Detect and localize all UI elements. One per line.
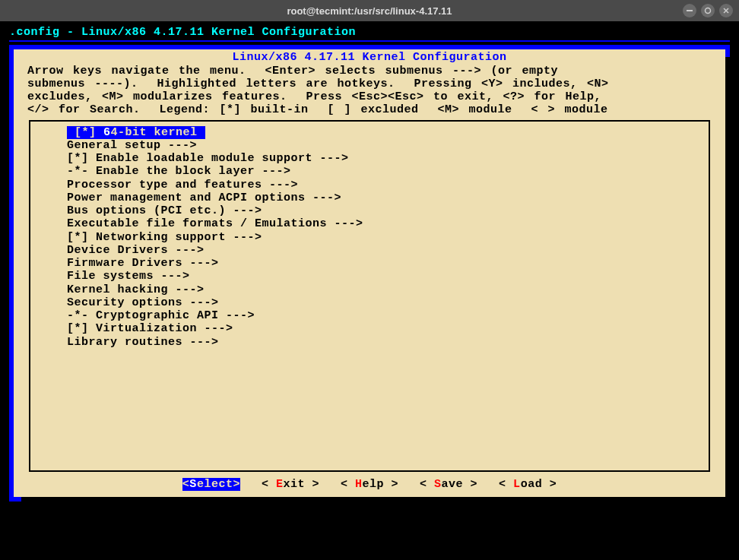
oad-button[interactable]: < Load > [499,478,557,491]
maximize-button[interactable] [701,4,715,17]
menu-item[interactable]: [*] Enable loadable module support ---> [30,152,709,165]
help-line-3: excludes, <M> modularizes features. Pres… [27,90,712,103]
help-text: Arrow keys navigate the menu. <Enter> se… [21,65,718,117]
menu-item[interactable]: [*] 64-bit kernel [30,126,709,139]
dialog-title: Linux/x86 4.17.11 Kernel Configuration [21,51,718,64]
menu-item[interactable]: Firmware Drivers ---> [30,257,709,270]
dialog-inner: Linux/x86 4.17.11 Kernel Configuration A… [14,49,725,497]
config-header: .config - Linux/x86 4.17.11 Kernel Confi… [9,26,730,39]
menu-item[interactable]: -*- Cryptographic API ---> [30,309,709,322]
elect-button[interactable]: <Select> [182,478,240,491]
elp-button[interactable]: < Help > [341,478,398,491]
menu-item[interactable]: General setup ---> [30,139,709,152]
svg-rect-0 [687,10,693,11]
divider [9,40,730,42]
help-line-4: </> for Search. Legend: [*] built-in [ ]… [27,103,712,116]
help-line-2: submenus ----). Highlighted letters are … [27,78,712,90]
close-button[interactable] [719,4,733,17]
minimize-button[interactable] [683,4,696,17]
menu-item[interactable]: Executable file formats / Emulations ---… [30,217,709,230]
menu-item[interactable]: Kernel hacking ---> [30,283,709,296]
menu-item[interactable]: [*] Networking support ---> [30,231,709,244]
menu-item[interactable]: Device Drivers ---> [30,244,709,257]
menu-list: [*] 64-bit kernel General setup --->[*] … [29,120,710,472]
ave-button[interactable]: < Save > [420,478,477,491]
help-line-1: Arrow keys navigate the menu. <Enter> se… [27,65,712,78]
window-title: root@tecmint:/usr/src/linux-4.17.11 [287,5,452,17]
menu-item[interactable]: Library routines ---> [30,336,709,349]
menu-item[interactable]: File systems ---> [30,270,709,283]
menu-item[interactable]: Security options ---> [30,296,709,309]
menu-item[interactable]: Bus options (PCI etc.) ---> [30,204,709,217]
menu-item[interactable]: -*- Enable the block layer ---> [30,165,709,178]
terminal-window: root@tecmint:/usr/src/linux-4.17.11 .con… [0,0,739,560]
menu-item[interactable]: [*] Virtualization ---> [30,322,709,335]
window-controls [683,4,733,17]
window-titlebar: root@tecmint:/usr/src/linux-4.17.11 [0,0,739,21]
xit-button[interactable]: < Exit > [262,478,319,491]
svg-point-1 [706,8,711,14]
menu-item[interactable]: Power management and ACPI options ---> [30,191,709,204]
menuconfig-dialog: Linux/x86 4.17.11 Kernel Configuration A… [9,45,730,501]
button-row: <Select>< Exit >< Help >< Save >< Load > [21,478,718,491]
terminal-area[interactable]: .config - Linux/x86 4.17.11 Kernel Confi… [0,21,739,560]
menu-item[interactable]: Processor type and features ---> [30,179,709,191]
